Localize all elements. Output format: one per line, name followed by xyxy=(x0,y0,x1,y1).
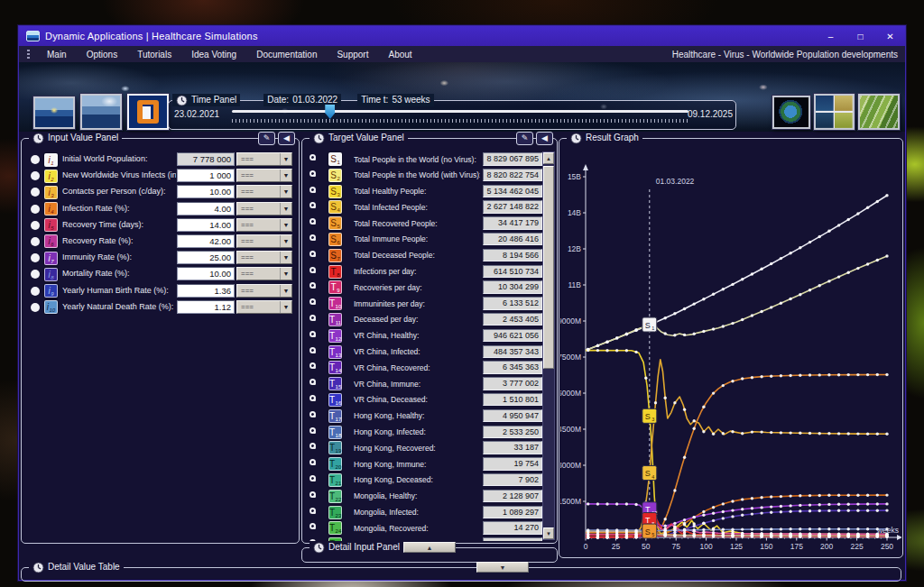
input-mode-dropdown[interactable]: ===▼ xyxy=(236,251,292,264)
expand-up-button[interactable]: ▲ xyxy=(403,542,456,553)
input-mode-dropdown[interactable]: ===▼ xyxy=(236,152,292,166)
thumbnail-earth[interactable] xyxy=(772,96,810,129)
close-button[interactable]: ✕ xyxy=(875,26,905,46)
menu-item-support[interactable]: Support xyxy=(327,46,378,62)
input-radio[interactable] xyxy=(31,270,40,279)
input-mode-dropdown[interactable]: ===▼ xyxy=(236,267,292,280)
scroll-up-icon[interactable]: ▲ xyxy=(543,152,554,164)
chevron-down-icon[interactable]: ▼ xyxy=(280,170,291,181)
thumbnail-ocean[interactable] xyxy=(33,96,75,129)
collapse-left-button[interactable]: ◀ xyxy=(278,132,295,145)
chevron-down-icon[interactable]: ▼ xyxy=(280,252,291,263)
collapse-left-button[interactable]: ◀ xyxy=(536,132,553,145)
target-radio[interactable] xyxy=(310,411,316,417)
menu-item-idea-voting[interactable]: Idea Voting xyxy=(181,46,246,62)
target-radio[interactable] xyxy=(310,395,316,401)
scrollbar[interactable]: ▲ ▼ xyxy=(542,151,555,540)
edit-pencil-button[interactable]: ✎ xyxy=(258,132,275,145)
input-radio[interactable] xyxy=(31,253,40,262)
target-radio[interactable] xyxy=(310,315,316,321)
input-radio[interactable] xyxy=(31,155,40,164)
chevron-down-icon[interactable]: ▼ xyxy=(280,186,291,197)
menu-item-main[interactable]: Main xyxy=(37,46,77,62)
target-row: S3Total Healthy People:5 134 462 045 xyxy=(303,184,542,200)
target-radio[interactable] xyxy=(310,267,316,273)
target-radio[interactable] xyxy=(310,508,316,514)
target-radio[interactable] xyxy=(310,379,316,385)
target-radio[interactable] xyxy=(310,154,316,161)
input-mode-dropdown[interactable]: ===▼ xyxy=(236,218,292,232)
target-radio[interactable] xyxy=(310,282,316,289)
input-mode-dropdown[interactable]: ===▼ xyxy=(236,169,292,182)
target-value-field: 614 510 734 xyxy=(483,265,542,279)
target-row: S4Total Infected People:2 627 148 822 xyxy=(303,199,542,216)
chevron-down-icon[interactable]: ▼ xyxy=(280,219,291,231)
thumbnail-sea[interactable] xyxy=(80,94,122,130)
input-radio[interactable] xyxy=(31,237,40,246)
input-value-field[interactable]: 4.00 xyxy=(177,202,235,216)
input-value-field[interactable]: 42.00 xyxy=(177,234,235,248)
chevron-down-icon[interactable]: ▼ xyxy=(280,235,291,247)
thumbnail-logo-selected[interactable] xyxy=(127,94,169,130)
input-radio[interactable] xyxy=(31,205,40,214)
target-value-field: 8 829 067 895 xyxy=(483,152,542,166)
target-radio[interactable] xyxy=(310,459,316,465)
minimize-button[interactable]: – xyxy=(816,26,845,46)
input-radio[interactable] xyxy=(31,188,40,197)
time-slider-thumb[interactable] xyxy=(325,105,335,119)
target-radio[interactable] xyxy=(310,443,316,449)
input-mode-dropdown[interactable]: ===▼ xyxy=(236,300,292,314)
input-value-field[interactable]: 10.00 xyxy=(177,185,235,198)
input-radio[interactable] xyxy=(31,171,40,180)
input-value-field[interactable]: 1.12 xyxy=(177,300,235,314)
chevron-down-icon[interactable]: ▼ xyxy=(280,203,291,215)
target-radio[interactable] xyxy=(310,298,316,305)
target-radio[interactable] xyxy=(310,202,316,208)
chevron-down-icon[interactable]: ▼ xyxy=(280,301,291,313)
target-radio[interactable] xyxy=(310,475,316,482)
target-value-field: 20 486 416 xyxy=(483,233,542,246)
scrollbar-thumb[interactable] xyxy=(543,166,554,369)
target-radio[interactable] xyxy=(310,170,316,177)
time-slider-track[interactable] xyxy=(232,110,688,113)
chevron-down-icon[interactable]: ▼ xyxy=(280,153,291,165)
target-radio[interactable] xyxy=(310,187,316,193)
target-radio[interactable] xyxy=(310,218,316,225)
maximize-button[interactable]: □ xyxy=(845,26,875,46)
input-value-field[interactable]: 7 778 000 000 xyxy=(177,152,235,166)
input-mode-dropdown[interactable]: ===▼ xyxy=(236,185,292,198)
edit-pencil-button[interactable]: ✎ xyxy=(516,132,533,145)
input-value-field[interactable]: 10.00 xyxy=(177,267,235,280)
scroll-down-icon[interactable]: ▼ xyxy=(543,527,554,539)
target-variable-chip: T10 xyxy=(328,297,342,310)
expand-down-button[interactable]: ▼ xyxy=(476,562,529,573)
input-value-field[interactable]: 1 000 xyxy=(177,169,235,182)
target-radio[interactable] xyxy=(310,251,316,257)
input-mode-dropdown[interactable]: ===▼ xyxy=(236,202,292,216)
input-radio[interactable] xyxy=(31,303,40,312)
target-radio[interactable] xyxy=(310,362,316,369)
menu-item-options[interactable]: Options xyxy=(77,46,127,62)
target-radio[interactable] xyxy=(310,234,316,241)
menu-item-documentation[interactable]: Documentation xyxy=(246,46,327,62)
thumbnail-building[interactable] xyxy=(858,94,900,130)
thumbnail-grid[interactable] xyxy=(814,94,855,130)
target-variable-chip: T17 xyxy=(328,409,342,423)
target-radio[interactable] xyxy=(310,523,316,529)
target-radio[interactable] xyxy=(310,347,316,353)
target-value-field: 14 270 xyxy=(483,521,542,535)
input-mode-dropdown[interactable]: ===▼ xyxy=(236,234,292,248)
input-value-field[interactable]: 25.00 xyxy=(177,251,235,264)
input-radio[interactable] xyxy=(31,287,40,296)
chevron-down-icon[interactable]: ▼ xyxy=(280,285,291,297)
target-radio[interactable] xyxy=(310,491,316,498)
menu-item-about[interactable]: About xyxy=(378,46,421,62)
input-value-field[interactable]: 14.00 xyxy=(177,218,235,232)
input-mode-dropdown[interactable]: ===▼ xyxy=(236,284,292,298)
input-value-field[interactable]: 1.36 xyxy=(177,284,235,298)
input-radio[interactable] xyxy=(31,221,40,230)
target-radio[interactable] xyxy=(310,427,316,434)
chevron-down-icon[interactable]: ▼ xyxy=(280,268,291,280)
target-radio[interactable] xyxy=(310,331,316,337)
menu-item-tutorials[interactable]: Tutorials xyxy=(127,46,181,62)
